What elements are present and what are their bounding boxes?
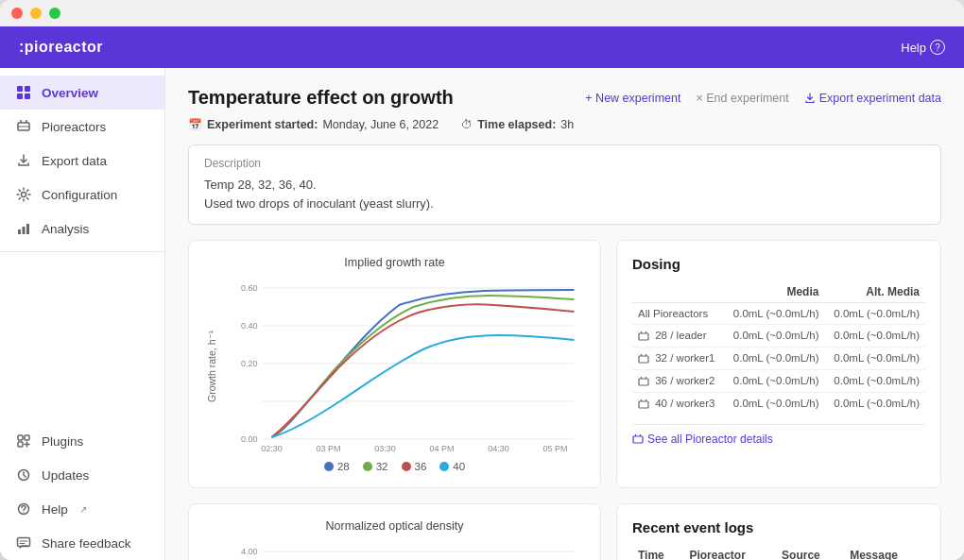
- dosing-row-alt-media: 0.0mL (~0.0mL/h): [824, 347, 925, 369]
- optical-density-title: Normalized optical density: [204, 519, 585, 533]
- y-axis-label: Growth rate, h⁻¹: [204, 279, 219, 453]
- pioreactor-icon: [638, 331, 649, 342]
- sidebar-item-analysis[interactable]: Analysis: [0, 212, 164, 246]
- started-label: Experiment started:: [207, 118, 318, 131]
- minimize-dot[interactable]: [30, 8, 42, 19]
- dosing-row-media: 0.0mL (~0.0mL/h): [724, 369, 825, 392]
- event-logs-card: Recent event logs Time Pioreactor Source…: [616, 503, 941, 560]
- updates-icon: [15, 467, 32, 484]
- svg-text:4.00: 4.00: [241, 547, 258, 556]
- maximize-dot[interactable]: [49, 8, 60, 19]
- sidebar-item-overview[interactable]: Overview: [0, 76, 164, 110]
- event-logs-table: Time Pioreactor Source Message: [632, 545, 925, 560]
- second-row: Normalized optical density Norm. OD 4.00: [188, 503, 941, 560]
- started-value: Monday, June 6, 2022: [322, 118, 439, 131]
- analysis-icon: [15, 220, 32, 237]
- optical-density-svg: 4.00: [223, 542, 585, 560]
- help-icon: [15, 501, 32, 518]
- svg-rect-45: [639, 401, 648, 408]
- svg-rect-11: [26, 224, 29, 234]
- sidebar-item-configuration[interactable]: Configuration: [0, 178, 164, 212]
- col-pioreactor-header: Pioreactor: [683, 545, 776, 560]
- see-all-pioreactor-details[interactable]: See all Pioreactor details: [632, 424, 925, 446]
- legend-dot-32: [363, 462, 372, 471]
- calendar-icon: 📅: [188, 118, 202, 131]
- dosing-row-media: 0.0mL (~0.0mL/h): [724, 347, 825, 369]
- help-label: Help: [901, 41, 926, 55]
- legend-32: 32: [363, 461, 388, 472]
- sidebar-item-label: Overview: [42, 86, 98, 100]
- sidebar-item-plugins[interactable]: Plugins: [0, 424, 164, 458]
- external-link-icon: ↗: [79, 504, 87, 515]
- dosing-row-media: 0.0mL (~0.0mL/h): [724, 392, 825, 414]
- svg-text:02:30: 02:30: [261, 444, 283, 453]
- legend-dot-40: [439, 462, 449, 471]
- dosing-table: Media Alt. Media All Pioreactors 0.0mL (…: [632, 281, 925, 415]
- sidebar-item-label: Pioreactors: [42, 120, 106, 134]
- dosing-row-28: 28 / leader 0.0mL (~0.0mL/h) 0.0mL (~0.0…: [632, 325, 925, 348]
- plugins-icon: [15, 433, 32, 450]
- main-content: Temperature effect on growth + New exper…: [165, 68, 964, 560]
- svg-text:05 PM: 05 PM: [542, 444, 567, 453]
- help-link[interactable]: Help ?: [901, 40, 945, 55]
- export-data-button[interactable]: Export experiment data: [804, 92, 941, 105]
- description-box: Description Temp 28, 32, 36, 40. Used tw…: [188, 144, 941, 225]
- sidebar-item-updates[interactable]: Updates: [0, 458, 164, 492]
- sidebar-item-export-data[interactable]: Export data: [0, 144, 164, 178]
- new-experiment-button[interactable]: + New experiment: [585, 92, 680, 105]
- description-text: Temp 28, 32, 36, 40. Used two drops of i…: [204, 176, 925, 212]
- dosing-row-40: 40 / worker3 0.0mL (~0.0mL/h) 0.0mL (~0.…: [632, 392, 925, 414]
- legend-label-32: 32: [376, 461, 388, 472]
- col-media-header: Media: [724, 281, 825, 303]
- dosing-row-alt-media: 0.0mL (~0.0mL/h): [824, 325, 925, 348]
- svg-rect-10: [23, 227, 26, 234]
- dosing-card: Dosing Media Alt. Media All Pioreactors: [616, 240, 941, 488]
- sidebar-item-pioreactors[interactable]: Pioreactors: [0, 110, 164, 144]
- col-pioreactor-header: [632, 281, 724, 303]
- legend-dot-36: [402, 462, 411, 471]
- dosing-row-label: 32 / worker1: [632, 347, 724, 369]
- svg-rect-2: [17, 93, 23, 99]
- dosing-row-label: 36 / worker2: [632, 369, 724, 392]
- col-time-header: Time: [632, 545, 683, 560]
- optical-density-card: Normalized optical density Norm. OD 4.00: [188, 503, 601, 560]
- sidebar-item-help[interactable]: Help ↗: [0, 492, 164, 526]
- svg-rect-14: [18, 442, 23, 447]
- description-title: Description: [204, 157, 925, 170]
- legend-36: 36: [402, 461, 427, 472]
- see-all-label: See all Pioreactor details: [647, 433, 773, 446]
- svg-rect-18: [18, 538, 30, 547]
- svg-point-8: [22, 193, 26, 197]
- svg-text:0.20: 0.20: [241, 359, 258, 368]
- elapsed-value: 3h: [560, 118, 574, 131]
- sidebar-divider: [0, 251, 164, 252]
- svg-text:03:30: 03:30: [374, 444, 396, 453]
- feedback-icon: [15, 535, 32, 552]
- app-body: Overview Pioreactors: [0, 68, 964, 560]
- svg-text:0.00: 0.00: [241, 434, 258, 444]
- svg-point-17: [23, 511, 24, 512]
- svg-text:0.40: 0.40: [241, 321, 258, 331]
- sidebar-bottom: Plugins Updates: [0, 424, 164, 560]
- svg-rect-0: [17, 86, 23, 92]
- close-dot[interactable]: [11, 8, 23, 19]
- growth-chart-svg: 0.60 0.40 0.20 0.00 02:30 03 PM 03:30 04…: [223, 279, 585, 453]
- sidebar-item-share-feedback[interactable]: Share feedback: [0, 526, 164, 560]
- svg-rect-12: [18, 435, 23, 440]
- col-source-header: Source: [776, 545, 844, 560]
- legend-label-28: 28: [337, 461, 350, 472]
- sidebar-item-label: Plugins: [42, 434, 83, 449]
- export-icon: [15, 152, 32, 169]
- svg-rect-48: [633, 436, 643, 443]
- svg-rect-42: [639, 379, 648, 385]
- elapsed-label: Time elapsed:: [477, 118, 556, 131]
- sidebar: Overview Pioreactors: [0, 68, 165, 560]
- topbar: :pioreactor Help ?: [0, 26, 964, 68]
- legend-label-36: 36: [415, 461, 427, 472]
- dosing-row-36: 36 / worker2 0.0mL (~0.0mL/h) 0.0mL (~0.…: [632, 369, 925, 392]
- sidebar-item-label: Export data: [42, 154, 107, 168]
- app-window: :pioreactor Help ? Overview: [0, 0, 964, 560]
- configuration-icon: [15, 186, 32, 203]
- end-experiment-button[interactable]: × End experiment: [696, 92, 788, 105]
- growth-chart-title: Implied growth rate: [204, 256, 585, 269]
